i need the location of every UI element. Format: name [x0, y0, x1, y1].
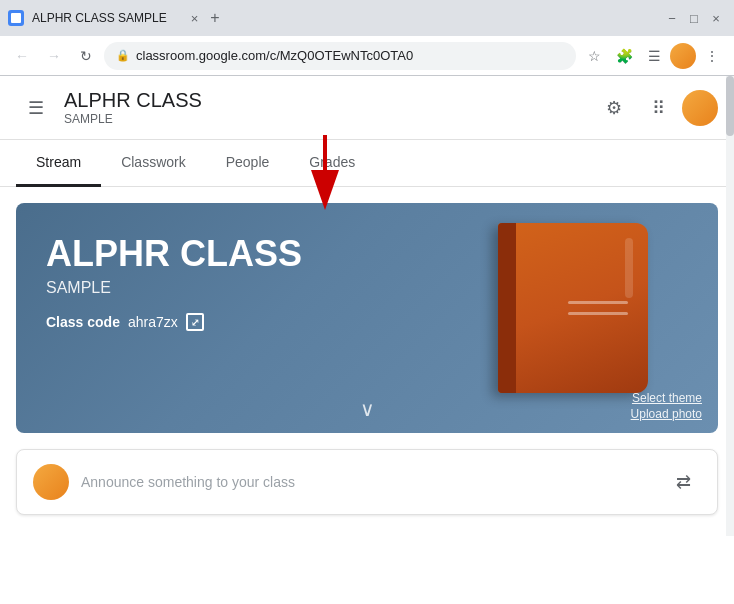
- class-code-label: Class code: [46, 314, 120, 330]
- minimize-button[interactable]: −: [662, 11, 682, 25]
- user-avatar-announce: [33, 464, 69, 500]
- app-header: ☰ ALPHR CLASS SAMPLE ⚙ ⠿: [0, 76, 734, 140]
- announce-box: Announce something to your class ⇄: [16, 449, 718, 515]
- announce-input[interactable]: Announce something to your class: [81, 474, 653, 490]
- reload-button[interactable]: ↻: [72, 42, 100, 70]
- banner-chevron[interactable]: ∨: [360, 397, 375, 421]
- class-subtitle: SAMPLE: [64, 112, 202, 126]
- tab-grades[interactable]: Grades: [289, 140, 375, 187]
- app-title-block: ALPHR CLASS SAMPLE: [64, 89, 202, 126]
- select-theme-link[interactable]: Select theme: [632, 391, 702, 405]
- class-name-title: ALPHR CLASS: [64, 89, 202, 112]
- title-bar: ALPHR CLASS SAMPLE × + − □ ×: [0, 0, 734, 36]
- hamburger-menu[interactable]: ☰: [16, 88, 56, 128]
- tab-close-icon[interactable]: ×: [191, 11, 199, 26]
- tab-people[interactable]: People: [206, 140, 290, 187]
- address-field[interactable]: 🔒 classroom.google.com/c/MzQ0OTEwNTc0OTA…: [104, 42, 576, 70]
- tab-stream[interactable]: Stream: [16, 140, 101, 187]
- address-bar-row: ← → ↻ 🔒 classroom.google.com/c/MzQ0OTEwN…: [0, 36, 734, 76]
- url-text: classroom.google.com/c/MzQ0OTEwNTc0OTA0: [136, 48, 564, 63]
- star-button[interactable]: ☆: [580, 42, 608, 70]
- repost-button[interactable]: ⇄: [665, 464, 701, 500]
- forward-button[interactable]: →: [40, 42, 68, 70]
- tab-title: ALPHR CLASS SAMPLE: [32, 11, 167, 25]
- settings-button[interactable]: ⚙: [594, 88, 634, 128]
- tab-classwork[interactable]: Classwork: [101, 140, 206, 187]
- menu-button[interactable]: ⋮: [698, 42, 726, 70]
- class-code-value: ahra7zx: [128, 314, 178, 330]
- apps-grid-button[interactable]: ⠿: [638, 88, 678, 128]
- profile-avatar[interactable]: [682, 90, 718, 126]
- profile-avatar-browser[interactable]: [670, 43, 696, 69]
- nav-tabs: Stream Classwork People Grades: [0, 140, 734, 187]
- scrollbar-thumb[interactable]: [726, 76, 734, 136]
- lock-icon: 🔒: [116, 49, 130, 62]
- window-controls: − □ ×: [662, 11, 726, 25]
- close-button[interactable]: ×: [706, 11, 726, 25]
- browser-frame: ALPHR CLASS SAMPLE × + − □ × ← → ↻ 🔒 cla…: [0, 0, 734, 604]
- class-banner: ALPHR CLASS SAMPLE Class code ahra7zx ⤢: [16, 203, 718, 433]
- browser-actions: ☆ 🧩 ☰ ⋮: [580, 42, 726, 70]
- app-container: ☰ ALPHR CLASS SAMPLE ⚙ ⠿ Stream Classwor…: [0, 76, 734, 604]
- banner-bottom-actions: Select theme Upload photo: [631, 391, 702, 421]
- back-button[interactable]: ←: [8, 42, 36, 70]
- expand-code-icon[interactable]: ⤢: [186, 313, 204, 331]
- upload-photo-link[interactable]: Upload photo: [631, 407, 702, 421]
- new-tab-icon[interactable]: +: [210, 9, 219, 27]
- tab-favicon: [8, 10, 24, 26]
- announce-section: Announce something to your class ⇄: [16, 449, 718, 515]
- header-actions: ⚙ ⠿: [594, 88, 718, 128]
- scrollbar-track[interactable]: [726, 76, 734, 536]
- maximize-button[interactable]: □: [684, 11, 704, 25]
- extensions-button[interactable]: 🧩: [610, 42, 638, 70]
- save-to-list-button[interactable]: ☰: [640, 42, 668, 70]
- banner-book-decoration: [498, 223, 658, 403]
